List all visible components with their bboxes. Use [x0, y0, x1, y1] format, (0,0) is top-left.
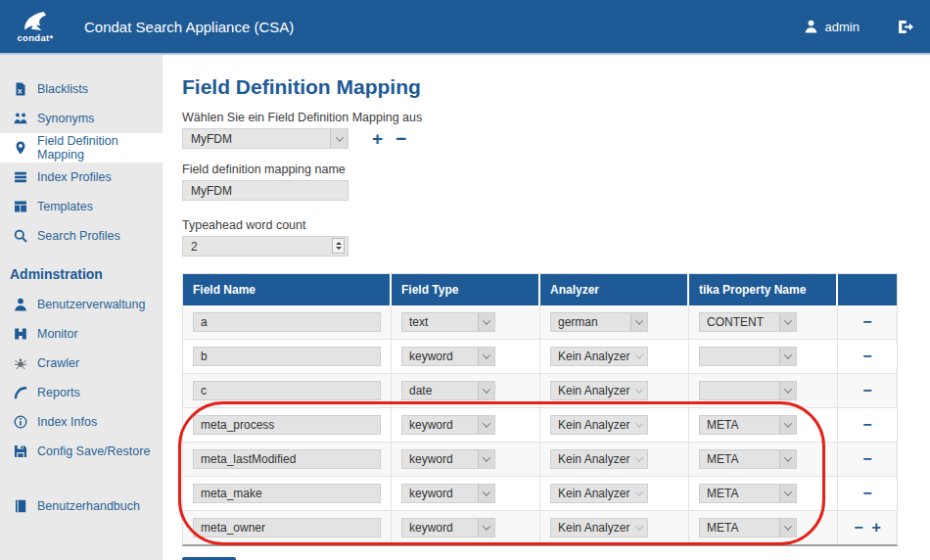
sidebar-nav-manual: Benutzerhandbuch [0, 491, 163, 521]
admin-section-heading: Adminstration [0, 251, 163, 290]
sidebar-item-label: Templates [37, 200, 93, 213]
remove-row-button[interactable]: − [862, 349, 871, 364]
remove-row-button[interactable]: − [854, 520, 862, 536]
tika-property-cell: META [689, 443, 838, 476]
analyzer-select[interactable]: Kein Analyzer [550, 518, 648, 537]
sidebar-item-index-profiles[interactable]: Index Profiles [0, 163, 163, 192]
column-header-field-name: Field Name [183, 274, 392, 305]
condat-logo[interactable]: condat* [0, 10, 70, 43]
sidebar-item-crawler[interactable]: Crawler [0, 349, 163, 378]
fdm-name-group: Field definition mapping name [182, 163, 930, 201]
sidebar-item-label: Index Infos [37, 415, 97, 429]
tika-property-select[interactable]: META [699, 484, 797, 503]
fdm-select[interactable]: MyFDM [182, 128, 349, 149]
sidebar-item-label: Reports [37, 386, 80, 399]
tika-property-select[interactable]: CONTENT [699, 312, 797, 332]
remove-row-button[interactable]: − [862, 486, 871, 501]
tika-property-select-value: CONTENT [707, 315, 764, 329]
tika-property-select[interactable] [699, 347, 797, 366]
row-actions-cell: − [838, 374, 897, 407]
sidebar-item-field-definition-mapping[interactable]: Field Definition Mapping [0, 133, 163, 163]
sidebar-item-label: Benutzerverwaltung [37, 298, 145, 311]
field-type-select[interactable]: keyword [401, 518, 495, 537]
chevron-down-icon [779, 348, 796, 365]
field-type-select[interactable]: keyword [401, 484, 495, 503]
field-type-cell: keyword [392, 340, 540, 373]
chevron-down-icon [478, 450, 494, 468]
analyzer-select[interactable]: Kein Analyzer [550, 484, 648, 503]
table-row: keywordKein AnalyzerMETA−+ [183, 511, 897, 544]
row-actions-cell: − [838, 443, 897, 476]
remove-row-button[interactable]: − [862, 314, 871, 330]
analyzer-select[interactable]: Kein Analyzer [550, 449, 648, 469]
index-profiles-icon [12, 170, 28, 184]
analyzer-cell: Kein Analyzer [540, 443, 689, 476]
typeahead-label: Typeahead word count [182, 218, 930, 232]
tika-property-select[interactable]: META [699, 415, 797, 435]
chevron-down-icon [779, 382, 796, 399]
analyzer-select-value: Kein Analyzer [558, 384, 629, 397]
field-name-input[interactable] [193, 415, 381, 435]
field-name-input[interactable] [193, 449, 381, 469]
main-content: Field Definition Mapping Wählen Sie ein … [163, 55, 930, 560]
user-menu[interactable]: admin [804, 20, 860, 34]
field-name-input[interactable] [193, 312, 381, 332]
field-name-input[interactable] [193, 518, 381, 537]
chevron-down-icon [631, 348, 647, 365]
chevron-down-icon [478, 416, 494, 434]
sidebar-item-benutzerhandbuch[interactable]: Benutzerhandbuch [0, 491, 163, 521]
sidebar-item-monitor[interactable]: Monitor [0, 319, 163, 349]
tika-property-cell: META [689, 477, 838, 510]
analyzer-select[interactable]: Kein Analyzer [550, 347, 648, 366]
sidebar-item-reports[interactable]: Reports [0, 378, 163, 407]
analyzer-cell: Kein Analyzer [540, 408, 689, 442]
row-actions-cell: − [838, 408, 897, 442]
sidebar-item-index-infos[interactable]: Index Infos [0, 407, 163, 437]
field-type-select[interactable]: keyword [401, 415, 495, 435]
logout-icon[interactable] [897, 20, 914, 34]
field-type-cell: keyword [392, 477, 540, 510]
field-type-select[interactable]: keyword [401, 347, 495, 366]
sidebar-item-config-save-restore[interactable]: Config Save/Restore [0, 437, 163, 466]
add-fdm-button[interactable]: + [372, 129, 383, 148]
field-type-select-value: keyword [409, 418, 453, 432]
fdm-name-label: Field definition mapping name [182, 163, 930, 176]
sidebar: BlacklistsSynonymsField Definition Mappi… [0, 55, 163, 560]
tika-property-select[interactable]: META [699, 449, 797, 469]
sidebar-item-label: Search Profiles [37, 229, 120, 243]
add-row-button[interactable]: + [872, 520, 881, 536]
tika-property-cell: META [689, 408, 838, 442]
sidebar-item-templates[interactable]: Templates [0, 192, 163, 221]
typeahead-count-input[interactable] [182, 236, 349, 257]
tika-property-select[interactable]: META [699, 518, 797, 537]
synonyms-icon [12, 112, 28, 125]
remove-row-button[interactable]: − [862, 417, 871, 433]
sidebar-item-benutzerverwaltung[interactable]: Benutzerverwaltung [0, 290, 163, 319]
field-type-select-value: keyword [409, 452, 453, 466]
sidebar-item-synonyms[interactable]: Synonyms [0, 104, 163, 133]
analyzer-select[interactable]: Kein Analyzer [550, 415, 648, 435]
field-type-select[interactable]: date [401, 381, 495, 400]
number-stepper-icon[interactable] [332, 238, 345, 254]
field-name-input[interactable] [193, 484, 381, 503]
field-type-cell: text [392, 305, 540, 339]
field-type-cell: keyword [392, 443, 540, 476]
field-type-select[interactable]: text [401, 312, 495, 332]
field-name-input[interactable] [193, 347, 381, 366]
analyzer-cell: Kein Analyzer [540, 477, 689, 510]
monitor-icon [12, 327, 28, 341]
chevron-down-icon [631, 450, 647, 468]
remove-row-button[interactable]: − [862, 451, 871, 467]
analyzer-select[interactable]: german [550, 312, 648, 332]
field-name-input[interactable] [193, 381, 381, 400]
sidebar-item-search-profiles[interactable]: Search Profiles [0, 221, 163, 251]
remove-row-button[interactable]: − [862, 383, 871, 398]
fdm-name-input[interactable] [182, 180, 349, 201]
chevron-down-icon [779, 485, 796, 502]
tika-property-select[interactable] [699, 381, 797, 400]
sidebar-item-blacklists[interactable]: Blacklists [0, 74, 163, 104]
remove-fdm-button[interactable]: − [395, 129, 406, 148]
analyzer-select[interactable]: Kein Analyzer [550, 381, 648, 400]
book-icon [12, 499, 28, 513]
field-type-select[interactable]: keyword [401, 449, 495, 469]
